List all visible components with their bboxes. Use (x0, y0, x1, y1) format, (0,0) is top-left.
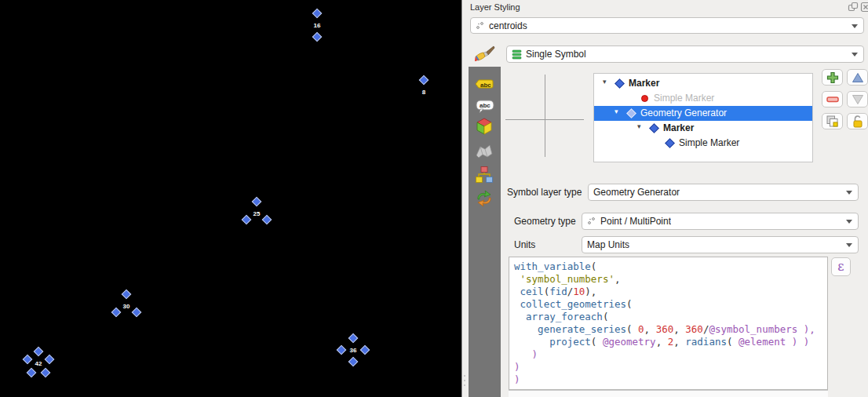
labels-icon: abc (475, 78, 495, 92)
layer-selector-dropdown[interactable]: centroids (470, 17, 864, 34)
panel-resize-handle[interactable] (463, 375, 466, 397)
tab-history[interactable] (475, 188, 495, 209)
code-line: array_foreach( (514, 311, 826, 323)
symbol-tree-label: Simple Marker (679, 137, 739, 148)
lock-open-icon (852, 115, 864, 128)
map-marker-diamond (252, 197, 262, 207)
lock-color-button[interactable] (847, 113, 868, 129)
map-marker-diamond (27, 368, 37, 378)
symbol-tree-item[interactable]: ▾Marker (594, 121, 812, 136)
tab-symbology[interactable] (473, 44, 498, 66)
map-marker-diamond (348, 333, 359, 344)
tab-callouts[interactable]: abc (475, 97, 495, 117)
tab-3d-view[interactable] (475, 116, 495, 137)
add-symbol-layer-button[interactable] (822, 69, 843, 86)
history-icon (475, 190, 495, 207)
symbol-tree: ▾MarkerSimple Marker▾Geometry Generator▾… (593, 73, 813, 162)
map-cluster-label: 30 (123, 303, 130, 310)
map-marker-diamond (34, 347, 44, 357)
arrow-down-icon (852, 94, 864, 105)
map-marker-diamond (360, 345, 370, 355)
symbol-tree-item[interactable]: Simple Marker (594, 91, 812, 106)
map-marker-diamond (242, 214, 252, 224)
callouts-icon: abc (475, 99, 495, 115)
svg-text:abc: abc (480, 102, 491, 109)
code-line: project( @geometry, 2, radians( @element… (514, 336, 826, 348)
symbol-layer-type-value: Geometry Generator (593, 187, 680, 198)
renderer-value: Single Symbol (526, 49, 586, 60)
chevron-down-icon (846, 243, 852, 247)
geometry-type-label: Geometry type (514, 216, 576, 227)
map-marker-diamond (348, 357, 359, 367)
layer-styling-panel: Layer Styling centroids (461, 0, 868, 397)
symbol-tree-item[interactable]: ▾Marker (594, 76, 812, 91)
renderer-dropdown[interactable]: Single Symbol (506, 46, 864, 63)
units-value: Map Units (587, 239, 629, 250)
code-line: ) (514, 373, 826, 386)
diamond-icon (649, 123, 659, 133)
map-marker-diamond (132, 307, 142, 317)
map-cluster-label: 36 (350, 347, 357, 354)
map-marker-diamond (419, 75, 429, 86)
preview-crosshair-horizontal (505, 119, 584, 120)
symbol-preview (505, 71, 592, 165)
duplicate-symbol-layer-button[interactable] (822, 113, 843, 129)
single-symbol-icon (512, 49, 522, 60)
symbol-layer-type-dropdown[interactable]: Geometry Generator (588, 184, 859, 201)
move-down-button[interactable] (847, 91, 868, 107)
units-dropdown[interactable]: Map Units (582, 236, 859, 253)
geometry-type-value: Point / MultiPoint (600, 216, 671, 227)
point-layer-icon (476, 21, 485, 31)
duplicate-icon (826, 115, 839, 128)
chevron-down-icon (846, 191, 852, 195)
expression-dialog-button[interactable]: ε (831, 257, 851, 276)
map-cluster-label: 42 (35, 360, 42, 367)
symbol-layer-type-label: Symbol layer type (507, 187, 582, 198)
map-marker-diamond (22, 355, 32, 365)
code-line: with_variable( (514, 260, 826, 273)
preview-crosshair-vertical (545, 75, 545, 157)
svg-text:abc: abc (480, 82, 491, 89)
map-cluster-label: 25 (253, 210, 261, 217)
symbol-tree-item[interactable]: Simple Marker (594, 136, 812, 151)
symbol-tree-label: Marker (629, 78, 659, 89)
red-circle-icon (641, 95, 648, 102)
paintbrush-icon (473, 45, 498, 65)
map-marker-diamond (262, 214, 272, 224)
arrow-up-icon (852, 72, 864, 83)
map-canvas[interactable]: 16825303642 (0, 0, 461, 397)
map-marker-diamond (45, 355, 55, 365)
move-up-button[interactable] (847, 69, 868, 86)
expression-editor-code[interactable]: with_variable( 'symbol_numbers', ceil(fi… (509, 257, 828, 390)
close-icon (860, 2, 868, 13)
float-panel-icon (848, 2, 859, 13)
symbol-tree-label: Simple Marker (654, 93, 714, 104)
diamond-icon (665, 138, 675, 148)
close-panel-button[interactable] (860, 2, 868, 13)
symbol-tree-label: Marker (663, 122, 694, 133)
tab-labels[interactable]: abc (475, 75, 495, 95)
epsilon-icon: ε (837, 259, 844, 274)
diamond-icon (615, 78, 625, 89)
expander-arrow-icon[interactable]: ▾ (603, 78, 607, 86)
map-marker-diamond (40, 368, 50, 378)
code-line: collect_geometries( (514, 298, 826, 311)
symbol-tree-label: Geometry Generator (640, 107, 727, 118)
symbol-tree-item[interactable]: ▾Geometry Generator (594, 106, 812, 121)
map-marker-diamond (111, 307, 122, 317)
float-panel-button[interactable] (848, 2, 859, 13)
code-line: ) (514, 348, 826, 361)
map-cluster-label: 8 (422, 89, 425, 96)
expression-editor-hscrollbar[interactable] (509, 390, 828, 397)
map-cluster-label: 16 (314, 22, 321, 29)
expander-arrow-icon[interactable]: ▾ (637, 122, 641, 130)
code-line: ceil(fid/10), (514, 286, 826, 298)
geometry-type-dropdown[interactable]: Point / MultiPoint (582, 213, 859, 230)
remove-symbol-layer-button[interactable] (822, 91, 843, 107)
units-label: Units (514, 239, 535, 250)
minus-icon (826, 97, 839, 103)
tab-mask[interactable] (475, 141, 495, 162)
tab-diagrams[interactable] (475, 165, 495, 185)
expander-arrow-icon[interactable]: ▾ (615, 107, 618, 115)
panel-title: Layer Styling (470, 2, 520, 12)
